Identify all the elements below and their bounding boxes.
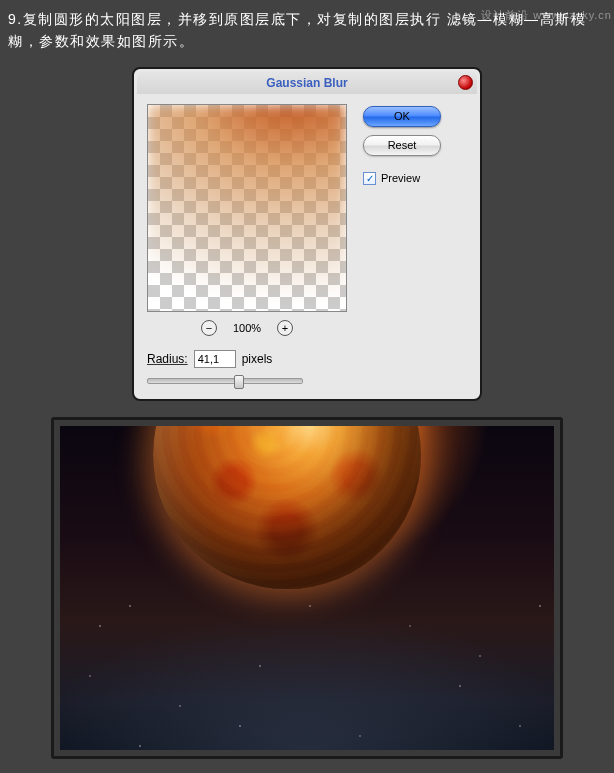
zoom-controls: − 100% + bbox=[147, 320, 347, 336]
dialog-titlebar: Gaussian Blur bbox=[137, 72, 477, 94]
result-image bbox=[60, 426, 554, 750]
preview-checkbox-row: ✓ Preview bbox=[363, 172, 467, 185]
zoom-in-button[interactable]: + bbox=[277, 320, 293, 336]
preview-panel: − 100% + bbox=[147, 104, 347, 336]
dialog-title: Gaussian Blur bbox=[266, 76, 347, 90]
slider-thumb[interactable] bbox=[234, 375, 244, 389]
controls-panel: OK Reset ✓ Preview bbox=[363, 104, 467, 336]
dialog-body: − 100% + OK Reset ✓ Preview bbox=[137, 94, 477, 346]
preview-image bbox=[147, 104, 347, 312]
reset-button[interactable]: Reset bbox=[363, 135, 441, 156]
gaussian-blur-dialog: Gaussian Blur − 100% + OK Reset ✓ Previe… bbox=[132, 67, 482, 401]
radius-input[interactable] bbox=[194, 350, 236, 368]
close-icon[interactable] bbox=[458, 75, 473, 90]
ok-button[interactable]: OK bbox=[363, 106, 441, 127]
preview-label: Preview bbox=[381, 172, 420, 184]
radius-unit: pixels bbox=[242, 352, 273, 366]
radius-row: Radius: pixels bbox=[137, 346, 477, 378]
zoom-out-button[interactable]: − bbox=[201, 320, 217, 336]
radius-slider-wrap bbox=[137, 378, 477, 396]
zoom-level: 100% bbox=[233, 322, 261, 334]
radius-label: Radius: bbox=[147, 352, 188, 366]
radius-slider[interactable] bbox=[147, 378, 303, 384]
result-panel bbox=[51, 417, 563, 759]
watermark: 设计前沿 wwwwzsky.cn bbox=[481, 8, 612, 23]
preview-checkbox[interactable]: ✓ bbox=[363, 172, 376, 185]
